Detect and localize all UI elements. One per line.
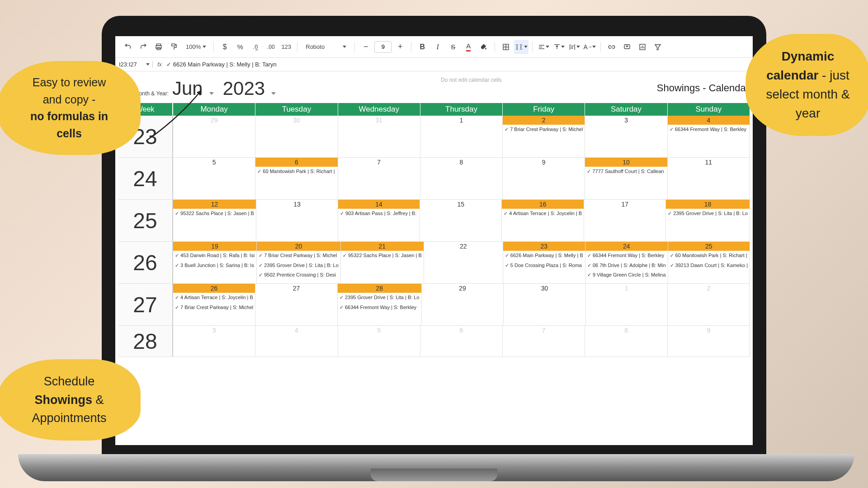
calendar-cell[interactable]: 4 — [255, 326, 338, 357]
text-wrap-button[interactable] — [567, 40, 581, 54]
calendar-cell[interactable]: 7 — [338, 158, 420, 199]
insert-chart-button[interactable] — [635, 40, 650, 54]
insert-link-button[interactable] — [604, 40, 619, 54]
calendar-event[interactable]: ✓ 7 Briar Crest Parkway | S: Michel — [173, 303, 255, 313]
calendar-cell[interactable]: 3 — [173, 326, 255, 357]
calendar-event[interactable]: ✓ 66344 Fremont Way | S: Berkley — [585, 251, 668, 261]
calendar-cell[interactable]: 9 — [503, 158, 585, 199]
undo-button[interactable] — [121, 40, 135, 54]
calendar-cell[interactable]: 10✓ 7777 Sauthoff Court | S: Callean — [585, 158, 667, 199]
calendar-cell[interactable]: 12✓ 95322 Sachs Place | S: Jasen | B — [173, 200, 256, 241]
calendar-cell[interactable]: 27 — [255, 284, 338, 325]
name-box[interactable]: I23:I27 — [119, 61, 153, 68]
calendar-cell[interactable]: 13 — [256, 200, 338, 241]
calendar-event[interactable]: ✓ 453 Darwin Road | S: Rafa | B: Isi — [173, 251, 256, 261]
calendar-event[interactable]: ✓ 7 Briar Crest Parkway | S: Michel — [257, 251, 340, 261]
bold-button[interactable]: B — [415, 40, 429, 54]
more-formats-button[interactable]: 123 — [279, 40, 293, 54]
calendar-cell[interactable]: 5 — [338, 326, 420, 357]
calendar-cell[interactable]: 2✓ 7 Briar Crest Parkway | S: Michel — [503, 116, 585, 157]
calendar-event[interactable]: ✓ 4 Artisan Terrace | S: Joycelin | B — [502, 209, 584, 219]
calendar-cell[interactable]: 24✓ 66344 Fremont Way | S: Berkley✓ 06 7… — [585, 242, 668, 283]
calendar-cell[interactable]: 11 — [668, 158, 750, 199]
calendar-event[interactable]: ✓ 66344 Fremont Way | S: Berkley — [338, 303, 421, 313]
calendar-cell[interactable]: 4✓ 66344 Fremont Way | S: Berkley — [668, 116, 750, 157]
zoom-select[interactable]: 100% — [182, 40, 210, 54]
vertical-align-button[interactable] — [552, 40, 566, 54]
calendar-event[interactable]: ✓ 95322 Sachs Place | S: Jasen | B — [341, 251, 424, 261]
calendar-cell[interactable]: 29 — [173, 116, 255, 157]
increase-decimal-button[interactable]: .00 — [264, 40, 278, 54]
calendar-cell[interactable]: 20✓ 7 Briar Crest Parkway | S: Michel✓ 2… — [257, 242, 341, 283]
horizontal-align-button[interactable] — [536, 40, 551, 54]
calendar-cell[interactable]: 2 — [668, 284, 750, 325]
calendar-cell[interactable]: 30 — [255, 116, 338, 157]
calendar-cell[interactable]: 1 — [420, 116, 503, 157]
formula-content[interactable]: ✓ 6626 Main Parkway | S: Melly | B: Tary… — [166, 61, 277, 68]
calendar-cell[interactable]: 1 — [586, 284, 668, 325]
calendar-event[interactable]: ✓ 2395 Grover Drive | S: Lita | B: Lo — [338, 293, 421, 303]
calendar-event[interactable]: ✓ 95322 Sachs Place | S: Jasen | B — [173, 209, 256, 219]
calendar-cell[interactable]: 22 — [424, 242, 503, 283]
calendar-cell[interactable]: 17 — [584, 200, 666, 241]
merge-cells-button[interactable] — [514, 40, 528, 54]
calendar-cell[interactable]: 23✓ 6626 Main Parkway | S: Melly | B✓ 5 … — [503, 242, 585, 283]
calendar-event[interactable]: ✓ 2395 Grover Drive | S: Lita | B: Lo — [666, 209, 750, 219]
month-select[interactable]: Jun — [172, 78, 216, 99]
calendar-cell[interactable]: 6✓ 60 Manitowish Park | S: Richart | — [255, 158, 338, 199]
calendar-event[interactable]: ✓ 5 Doe Crossing Plaza | S: Roma — [503, 261, 585, 271]
paint-format-button[interactable] — [167, 40, 181, 54]
font-select[interactable]: Roboto — [301, 40, 351, 54]
decrease-decimal-button[interactable]: .0̲ — [248, 40, 263, 54]
calendar-event[interactable]: ✓ 39213 Dawn Court | S: Kameko | — [668, 261, 750, 271]
font-size-input[interactable] — [374, 41, 392, 53]
calendar-event[interactable]: ✓ 7777 Sauthoff Court | S: Callean — [585, 167, 667, 177]
calendar-event[interactable]: ✓ 66344 Fremont Way | S: Berkley — [668, 125, 750, 135]
calendar-event[interactable]: ✓ 06 7th Drive | S: Adolphe | B: Min — [585, 261, 668, 271]
text-color-button[interactable]: A — [461, 40, 476, 54]
format-percent-button[interactable]: % — [233, 40, 247, 54]
calendar-cell[interactable]: 29 — [422, 284, 504, 325]
strikethrough-button[interactable]: S — [446, 40, 460, 54]
calendar-cell[interactable]: 5 — [173, 158, 255, 199]
calendar-cell[interactable]: 30 — [504, 284, 586, 325]
calendar-cell[interactable]: 8 — [585, 326, 667, 357]
print-button[interactable] — [151, 40, 166, 54]
calendar-cell[interactable]: 7 — [503, 326, 585, 357]
calendar-event[interactable]: ✓ 60 Manitowish Park | S: Richart | — [668, 251, 750, 261]
calendar-cell[interactable]: 28✓ 2395 Grover Drive | S: Lita | B: Lo✓… — [338, 284, 422, 325]
calendar-cell[interactable]: 21✓ 95322 Sachs Place | S: Jasen | B — [341, 242, 424, 283]
calendar-cell[interactable]: 6 — [420, 326, 503, 357]
borders-button[interactable] — [499, 40, 513, 54]
calendar-cell[interactable]: 16✓ 4 Artisan Terrace | S: Joycelin | B — [502, 200, 584, 241]
calendar-event[interactable]: ✓ 9502 Prentice Crossing | S: Desi — [257, 270, 340, 280]
calendar-event[interactable]: ✓ 9 Village Green Circle | S: Melina — [585, 270, 668, 280]
calendar-cell[interactable]: 3 — [585, 116, 667, 157]
format-currency-button[interactable]: $ — [217, 40, 232, 54]
italic-button[interactable]: I — [430, 40, 445, 54]
calendar-cell[interactable]: 14✓ 903 Artisan Pass | S: Jeffrey | B: — [338, 200, 420, 241]
calendar-event[interactable]: ✓ 4 Artisan Terrace | S: Joycelin | B — [173, 293, 255, 303]
calendar-cell[interactable]: 18✓ 2395 Grover Drive | S: Lita | B: Lo — [666, 200, 750, 241]
fill-color-button[interactable] — [476, 40, 491, 54]
calendar-cell[interactable]: 15 — [420, 200, 502, 241]
calendar-event[interactable]: ✓ 2395 Grover Drive | S: Lita | B: Lo — [257, 261, 340, 271]
calendar-cell[interactable]: 26✓ 4 Artisan Terrace | S: Joycelin | B✓… — [173, 284, 255, 325]
calendar-cell[interactable]: 19✓ 453 Darwin Road | S: Rafa | B: Isi✓ … — [173, 242, 257, 283]
calendar-cell[interactable]: 25✓ 60 Manitowish Park | S: Richart |✓ 3… — [668, 242, 750, 283]
calendar-event[interactable]: ✓ 7 Briar Crest Parkway | S: Michel — [503, 125, 585, 135]
calendar-cell[interactable]: 8 — [420, 158, 503, 199]
increase-font-size-button[interactable]: + — [393, 40, 407, 54]
redo-button[interactable] — [136, 40, 151, 54]
year-select[interactable]: 2023 — [223, 78, 278, 99]
calendar-cell[interactable]: 31 — [338, 116, 420, 157]
calendar-cell[interactable]: 9 — [668, 326, 750, 357]
decrease-font-size-button[interactable]: − — [359, 40, 373, 54]
calendar-event[interactable]: ✓ 3 Buell Junction | S: Sarina | B: Is — [173, 261, 256, 271]
calendar-event[interactable]: ✓ 60 Manitowish Park | S: Richart | — [255, 167, 337, 177]
text-rotation-button[interactable]: A — [582, 40, 597, 54]
insert-comment-button[interactable] — [620, 40, 634, 54]
calendar-event[interactable]: ✓ 6626 Main Parkway | S: Melly | B — [503, 251, 585, 261]
filter-button[interactable] — [651, 40, 665, 54]
calendar-event[interactable]: ✓ 903 Artisan Pass | S: Jeffrey | B: — [338, 209, 420, 219]
